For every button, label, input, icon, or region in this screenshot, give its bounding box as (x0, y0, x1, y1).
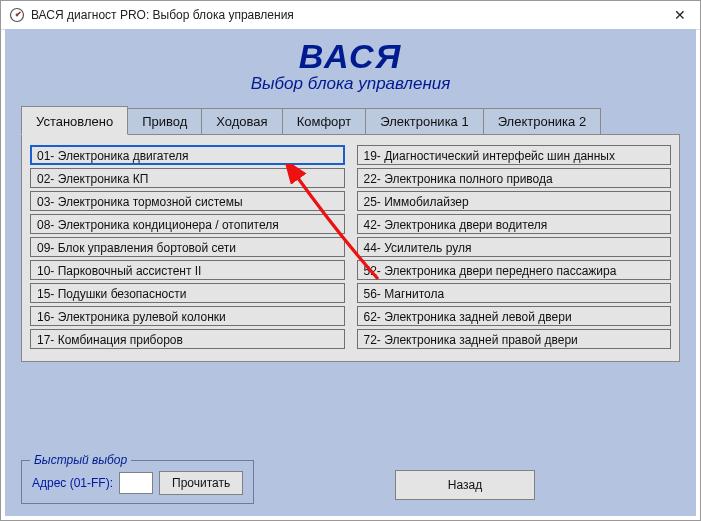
module-item[interactable]: 01- Электроника двигателя (30, 145, 345, 165)
address-input[interactable] (119, 472, 153, 494)
svg-point-2 (16, 14, 19, 17)
module-item[interactable]: 17- Комбинация приборов (30, 329, 345, 349)
back-button[interactable]: Назад (395, 470, 535, 500)
module-columns: 01- Электроника двигателя 02- Электроник… (30, 145, 671, 349)
titlebar: ВАСЯ диагност PRO: Выбор блока управлени… (1, 1, 700, 30)
module-item[interactable]: 62- Электроника задней левой двери (357, 306, 672, 326)
tab-electronics-2[interactable]: Электроника 2 (483, 108, 601, 134)
module-item[interactable]: 15- Подушки безопасности (30, 283, 345, 303)
read-button[interactable]: Прочитать (159, 471, 243, 495)
quick-select-label: Быстрый выбор (30, 453, 131, 467)
brand-title: ВАСЯ (21, 37, 680, 76)
quick-select-group: Быстрый выбор Адрес (01-FF): Прочитать (21, 460, 254, 504)
module-item[interactable]: 19- Диагностический интерфейс шин данных (357, 145, 672, 165)
tab-chassis[interactable]: Ходовая (201, 108, 282, 134)
module-item[interactable]: 44- Усилитель руля (357, 237, 672, 257)
tab-body: 01- Электроника двигателя 02- Электроник… (21, 134, 680, 362)
tab-drive[interactable]: Привод (127, 108, 202, 134)
module-item[interactable]: 10- Парковочный ассистент II (30, 260, 345, 280)
module-item[interactable]: 03- Электроника тормозной системы (30, 191, 345, 211)
page-subtitle: Выбор блока управления (21, 74, 680, 94)
module-item[interactable]: 02- Электроника КП (30, 168, 345, 188)
app-icon (9, 7, 25, 23)
tab-installed[interactable]: Установлено (21, 106, 128, 135)
tab-comfort[interactable]: Комфорт (282, 108, 367, 134)
module-item[interactable]: 22- Электроника полного привода (357, 168, 672, 188)
module-item[interactable]: 72- Электроника задней правой двери (357, 329, 672, 349)
close-icon[interactable]: ✕ (668, 5, 692, 25)
module-item[interactable]: 25- Иммобилайзер (357, 191, 672, 211)
tab-electronics-1[interactable]: Электроника 1 (365, 108, 483, 134)
client-area: ВАСЯ Выбор блока управления Установлено … (5, 29, 696, 516)
module-item[interactable]: 52- Электроника двери переднего пассажир… (357, 260, 672, 280)
module-item[interactable]: 08- Электроника кондиционера / отопителя (30, 214, 345, 234)
module-item[interactable]: 09- Блок управления бортовой сети (30, 237, 345, 257)
module-item[interactable]: 42- Электроника двери водителя (357, 214, 672, 234)
module-item[interactable]: 16- Электроника рулевой колонки (30, 306, 345, 326)
app-window: ВАСЯ диагност PRO: Выбор блока управлени… (0, 0, 701, 521)
window-title: ВАСЯ диагност PRO: Выбор блока управлени… (31, 8, 294, 22)
module-item[interactable]: 56- Магнитола (357, 283, 672, 303)
tab-strip: Установлено Привод Ходовая Комфорт Элект… (21, 106, 680, 134)
module-column-left: 01- Электроника двигателя 02- Электроник… (30, 145, 345, 349)
module-column-right: 19- Диагностический интерфейс шин данных… (357, 145, 672, 349)
address-label: Адрес (01-FF): (32, 476, 113, 490)
